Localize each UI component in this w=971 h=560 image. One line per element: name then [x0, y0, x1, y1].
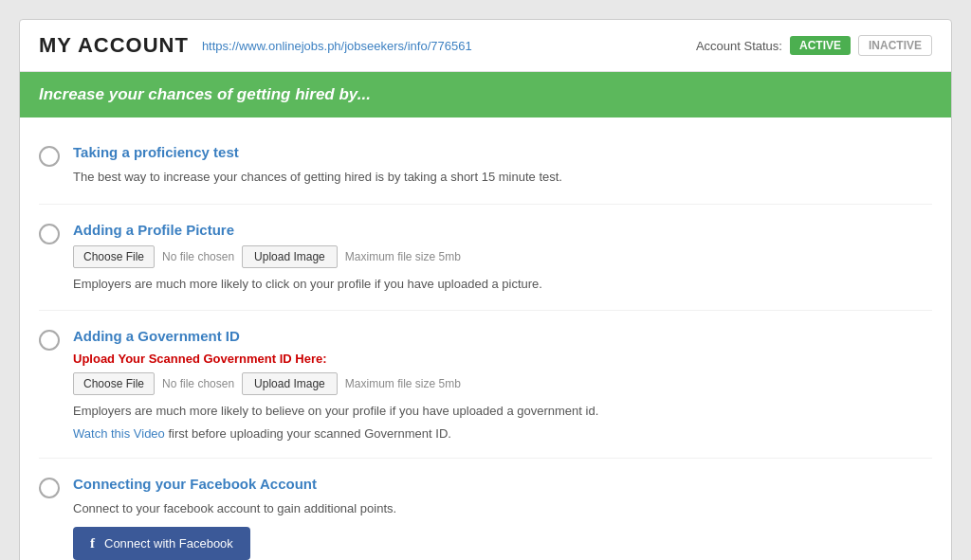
status-inactive-badge[interactable]: INACTIVE: [858, 35, 932, 56]
file-upload-row-govid: Choose File No file chosen Upload Image …: [73, 372, 932, 395]
header-left: MY ACCOUNT https://www.onlinejobs.ph/job…: [39, 33, 472, 58]
section-desc-govid: Employers are much more likely to believ…: [73, 402, 932, 421]
choose-file-button-profile[interactable]: Choose File: [73, 245, 155, 268]
account-link[interactable]: https://www.onlinejobs.ph/jobseekers/inf…: [202, 39, 472, 53]
section-title-proficiency: Taking a proficiency test: [73, 144, 932, 160]
content: Taking a proficiency test The best way t…: [20, 117, 951, 560]
section-body-facebook: Connecting your Facebook Account Connect…: [73, 476, 932, 561]
section-body-profile: Adding a Profile Picture Choose File No …: [73, 222, 932, 294]
facebook-btn-label: Connect with Facebook: [104, 536, 233, 551]
promo-banner-text: Increase your chances of getting hired b…: [39, 85, 371, 103]
upload-label-govid: Upload Your Scanned Government ID Here:: [73, 352, 932, 366]
section-desc-facebook: Connect to your facebook account to gain…: [73, 499, 932, 518]
promo-banner: Increase your chances of getting hired b…: [20, 72, 951, 117]
status-active-badge[interactable]: ACTIVE: [790, 36, 851, 55]
section-desc-profile: Employers are much more likely to click …: [73, 275, 932, 294]
radio-facebook[interactable]: [39, 478, 60, 498]
section-title-facebook: Connecting your Facebook Account: [73, 476, 932, 492]
file-upload-row-profile: Choose File No file chosen Upload Image …: [73, 245, 932, 268]
upload-image-button-profile[interactable]: Upload Image: [242, 245, 338, 268]
watch-video-row: Watch this Video first before uploading …: [73, 426, 932, 441]
max-file-text-profile: Maximum file size 5mb: [345, 250, 461, 263]
section-desc-proficiency: The best way to increase your chances of…: [73, 168, 932, 187]
section-government-id: Adding a Government ID Upload Your Scann…: [39, 311, 932, 459]
section-body-proficiency: Taking a proficiency test The best way t…: [73, 144, 932, 187]
page-wrapper: MY ACCOUNT https://www.onlinejobs.ph/job…: [19, 19, 952, 560]
section-proficiency-test: Taking a proficiency test The best way t…: [39, 127, 932, 205]
section-profile-picture: Adding a Profile Picture Choose File No …: [39, 205, 932, 312]
no-file-text-govid: No file chosen: [162, 377, 234, 390]
radio-profile-picture[interactable]: [39, 224, 60, 244]
section-title-govid: Adding a Government ID: [73, 328, 932, 344]
facebook-f-icon: f: [90, 535, 95, 551]
section-title-profile: Adding a Profile Picture: [73, 222, 932, 238]
watch-video-link[interactable]: Watch this Video: [73, 426, 165, 441]
radio-government-id[interactable]: [39, 330, 60, 351]
section-facebook: Connecting your Facebook Account Connect…: [39, 459, 932, 561]
header-right: Account Status: ACTIVE INACTIVE: [696, 35, 932, 56]
header: MY ACCOUNT https://www.onlinejobs.ph/job…: [20, 20, 951, 72]
max-file-text-govid: Maximum file size 5mb: [345, 377, 461, 390]
page-title: MY ACCOUNT: [39, 33, 189, 58]
section-body-govid: Adding a Government ID Upload Your Scann…: [73, 328, 932, 441]
watch-video-suffix: first before uploading your scanned Gove…: [165, 426, 451, 441]
choose-file-button-govid[interactable]: Choose File: [73, 372, 155, 395]
upload-image-button-govid[interactable]: Upload Image: [242, 372, 338, 395]
no-file-text-profile: No file chosen: [162, 250, 234, 263]
account-status-label: Account Status:: [696, 39, 782, 53]
connect-facebook-button[interactable]: f Connect with Facebook: [73, 527, 250, 560]
radio-proficiency-test[interactable]: [39, 146, 60, 167]
